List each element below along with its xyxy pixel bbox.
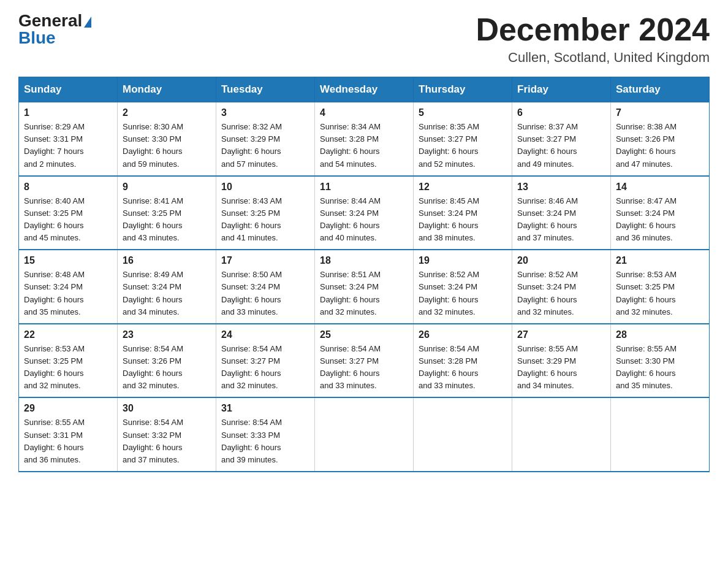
day-info: Sunrise: 8:55 AM Sunset: 3:30 PM Dayligh… — [616, 343, 704, 393]
day-number: 7 — [616, 107, 704, 118]
weekday-header-wednesday: Wednesday — [315, 77, 414, 102]
day-info: Sunrise: 8:32 AM Sunset: 3:29 PM Dayligh… — [221, 121, 309, 170]
day-number: 12 — [419, 182, 507, 193]
calendar-cell: 31Sunrise: 8:54 AM Sunset: 3:33 PM Dayli… — [216, 397, 315, 472]
day-info: Sunrise: 8:34 AM Sunset: 3:28 PM Dayligh… — [320, 121, 408, 170]
day-number: 17 — [221, 255, 309, 266]
day-number: 2 — [123, 107, 211, 118]
day-info: Sunrise: 8:46 AM Sunset: 3:24 PM Dayligh… — [517, 195, 605, 245]
day-number: 28 — [616, 329, 704, 340]
day-info: Sunrise: 8:54 AM Sunset: 3:27 PM Dayligh… — [221, 343, 309, 393]
calendar-cell: 28Sunrise: 8:55 AM Sunset: 3:30 PM Dayli… — [611, 324, 710, 398]
day-info: Sunrise: 8:53 AM Sunset: 3:25 PM Dayligh… — [24, 343, 112, 393]
calendar-cell: 3Sunrise: 8:32 AM Sunset: 3:29 PM Daylig… — [216, 102, 315, 176]
calendar-cell: 16Sunrise: 8:49 AM Sunset: 3:24 PM Dayli… — [118, 250, 216, 324]
day-number: 4 — [320, 107, 408, 118]
day-number: 19 — [419, 255, 507, 266]
calendar-cell: 29Sunrise: 8:55 AM Sunset: 3:31 PM Dayli… — [19, 397, 118, 472]
logo-general: General — [18, 11, 82, 30]
day-info: Sunrise: 8:44 AM Sunset: 3:24 PM Dayligh… — [320, 195, 408, 245]
day-info: Sunrise: 8:54 AM Sunset: 3:32 PM Dayligh… — [123, 416, 211, 466]
weekday-header-sunday: Sunday — [19, 77, 118, 102]
day-info: Sunrise: 8:45 AM Sunset: 3:24 PM Dayligh… — [419, 195, 507, 245]
calendar-cell — [315, 397, 414, 472]
calendar-cell: 26Sunrise: 8:54 AM Sunset: 3:28 PM Dayli… — [414, 324, 512, 398]
day-info: Sunrise: 8:30 AM Sunset: 3:30 PM Dayligh… — [123, 121, 211, 170]
calendar-cell: 14Sunrise: 8:47 AM Sunset: 3:24 PM Dayli… — [611, 176, 710, 250]
day-number: 20 — [517, 255, 605, 266]
day-number: 15 — [24, 255, 112, 266]
day-number: 11 — [320, 182, 408, 193]
location: Cullen, Scotland, United Kingdom — [476, 50, 710, 66]
day-number: 29 — [24, 403, 112, 414]
calendar-cell: 15Sunrise: 8:48 AM Sunset: 3:24 PM Dayli… — [19, 250, 118, 324]
calendar-cell: 19Sunrise: 8:52 AM Sunset: 3:24 PM Dayli… — [414, 250, 512, 324]
day-info: Sunrise: 8:50 AM Sunset: 3:24 PM Dayligh… — [221, 269, 309, 318]
calendar-cell: 22Sunrise: 8:53 AM Sunset: 3:25 PM Dayli… — [19, 324, 118, 398]
day-info: Sunrise: 8:51 AM Sunset: 3:24 PM Dayligh… — [320, 269, 408, 318]
logo-text: General — [18, 12, 91, 29]
calendar-cell: 8Sunrise: 8:40 AM Sunset: 3:25 PM Daylig… — [19, 176, 118, 250]
calendar-cell: 17Sunrise: 8:50 AM Sunset: 3:24 PM Dayli… — [216, 250, 315, 324]
week-row-4: 22Sunrise: 8:53 AM Sunset: 3:25 PM Dayli… — [19, 324, 710, 398]
month-title: December 2024 — [476, 12, 710, 47]
day-info: Sunrise: 8:37 AM Sunset: 3:27 PM Dayligh… — [517, 121, 605, 170]
week-row-3: 15Sunrise: 8:48 AM Sunset: 3:24 PM Dayli… — [19, 250, 710, 324]
weekday-header-saturday: Saturday — [611, 77, 710, 102]
week-row-5: 29Sunrise: 8:55 AM Sunset: 3:31 PM Dayli… — [19, 397, 710, 472]
day-info: Sunrise: 8:52 AM Sunset: 3:24 PM Dayligh… — [517, 269, 605, 318]
day-number: 24 — [221, 329, 309, 340]
calendar-cell: 7Sunrise: 8:38 AM Sunset: 3:26 PM Daylig… — [611, 102, 710, 176]
day-number: 6 — [517, 107, 605, 118]
day-info: Sunrise: 8:52 AM Sunset: 3:24 PM Dayligh… — [419, 269, 507, 318]
day-info: Sunrise: 8:41 AM Sunset: 3:25 PM Dayligh… — [123, 195, 211, 245]
calendar-cell: 27Sunrise: 8:55 AM Sunset: 3:29 PM Dayli… — [512, 324, 611, 398]
calendar-cell: 30Sunrise: 8:54 AM Sunset: 3:32 PM Dayli… — [118, 397, 216, 472]
day-info: Sunrise: 8:55 AM Sunset: 3:29 PM Dayligh… — [517, 343, 605, 393]
day-number: 31 — [221, 403, 309, 414]
calendar-cell: 20Sunrise: 8:52 AM Sunset: 3:24 PM Dayli… — [512, 250, 611, 324]
day-info: Sunrise: 8:43 AM Sunset: 3:25 PM Dayligh… — [221, 195, 309, 245]
day-info: Sunrise: 8:38 AM Sunset: 3:26 PM Dayligh… — [616, 121, 704, 170]
day-number: 27 — [517, 329, 605, 340]
day-number: 26 — [419, 329, 507, 340]
calendar-cell: 25Sunrise: 8:54 AM Sunset: 3:27 PM Dayli… — [315, 324, 414, 398]
day-info: Sunrise: 8:48 AM Sunset: 3:24 PM Dayligh… — [24, 269, 112, 318]
weekday-header-thursday: Thursday — [414, 77, 512, 102]
calendar-cell: 11Sunrise: 8:44 AM Sunset: 3:24 PM Dayli… — [315, 176, 414, 250]
weekday-header-friday: Friday — [512, 77, 611, 102]
day-info: Sunrise: 8:54 AM Sunset: 3:28 PM Dayligh… — [419, 343, 507, 393]
title-block: December 2024 Cullen, Scotland, United K… — [476, 12, 710, 66]
day-number: 10 — [221, 182, 309, 193]
day-number: 25 — [320, 329, 408, 340]
day-info: Sunrise: 8:40 AM Sunset: 3:25 PM Dayligh… — [24, 195, 112, 245]
day-info: Sunrise: 8:54 AM Sunset: 3:27 PM Dayligh… — [320, 343, 408, 393]
day-info: Sunrise: 8:53 AM Sunset: 3:25 PM Dayligh… — [616, 269, 704, 318]
day-number: 23 — [123, 329, 211, 340]
header-row: SundayMondayTuesdayWednesdayThursdayFrid… — [19, 77, 710, 102]
week-row-1: 1Sunrise: 8:29 AM Sunset: 3:31 PM Daylig… — [19, 102, 710, 176]
calendar-cell — [611, 397, 710, 472]
day-number: 14 — [616, 182, 704, 193]
day-number: 13 — [517, 182, 605, 193]
calendar-cell: 13Sunrise: 8:46 AM Sunset: 3:24 PM Dayli… — [512, 176, 611, 250]
day-number: 9 — [123, 182, 211, 193]
calendar-cell: 4Sunrise: 8:34 AM Sunset: 3:28 PM Daylig… — [315, 102, 414, 176]
calendar-table: SundayMondayTuesdayWednesdayThursdayFrid… — [18, 77, 710, 472]
day-info: Sunrise: 8:47 AM Sunset: 3:24 PM Dayligh… — [616, 195, 704, 245]
week-row-2: 8Sunrise: 8:40 AM Sunset: 3:25 PM Daylig… — [19, 176, 710, 250]
day-info: Sunrise: 8:54 AM Sunset: 3:33 PM Dayligh… — [221, 416, 309, 466]
calendar-cell: 18Sunrise: 8:51 AM Sunset: 3:24 PM Dayli… — [315, 250, 414, 324]
calendar-cell: 10Sunrise: 8:43 AM Sunset: 3:25 PM Dayli… — [216, 176, 315, 250]
logo-triangle-icon — [84, 17, 91, 28]
day-number: 8 — [24, 182, 112, 193]
weekday-header-tuesday: Tuesday — [216, 77, 315, 102]
calendar-cell: 24Sunrise: 8:54 AM Sunset: 3:27 PM Dayli… — [216, 324, 315, 398]
calendar-cell: 6Sunrise: 8:37 AM Sunset: 3:27 PM Daylig… — [512, 102, 611, 176]
calendar-cell: 1Sunrise: 8:29 AM Sunset: 3:31 PM Daylig… — [19, 102, 118, 176]
logo-blue: Blue — [18, 28, 56, 47]
day-info: Sunrise: 8:49 AM Sunset: 3:24 PM Dayligh… — [123, 269, 211, 318]
calendar-cell: 2Sunrise: 8:30 AM Sunset: 3:30 PM Daylig… — [118, 102, 216, 176]
page-header: General Blue December 2024 Cullen, Scotl… — [18, 12, 710, 66]
day-number: 18 — [320, 255, 408, 266]
